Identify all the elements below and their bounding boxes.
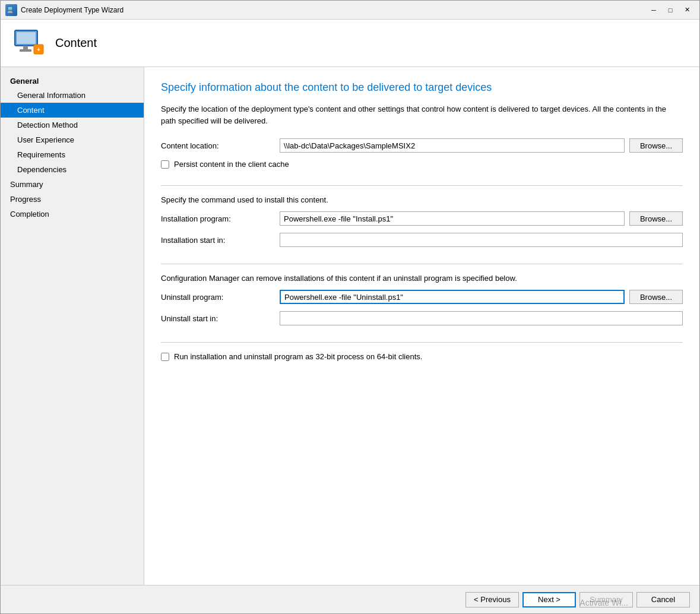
sidebar-item-requirements[interactable]: Requirements xyxy=(1,147,144,162)
wizard-header: + Content xyxy=(1,20,699,67)
sidebar-item-user-experience[interactable]: User Experience xyxy=(1,132,144,147)
svg-rect-5 xyxy=(23,46,28,49)
section-divider-2 xyxy=(161,264,683,264)
uninstall-start-in-row: Uninstall start in: xyxy=(161,311,683,325)
header-icon: + xyxy=(12,27,46,60)
content-location-browse-button[interactable]: Browse... xyxy=(629,138,683,153)
installation-start-in-row: Installation start in: xyxy=(161,233,683,247)
persist-cache-label: Persist content in the client cache xyxy=(174,160,289,169)
persist-cache-row: Persist content in the client cache xyxy=(161,160,683,169)
next-button[interactable]: Next > xyxy=(522,592,576,607)
uninstall-program-input[interactable] xyxy=(280,290,625,304)
wizard-window: Create Deployment Type Wizard ─ □ ✕ + Co… xyxy=(0,0,700,614)
titlebar: Create Deployment Type Wizard ─ □ ✕ xyxy=(1,1,699,20)
uninstall-start-in-input[interactable] xyxy=(280,311,683,325)
installation-start-in-input[interactable] xyxy=(280,233,683,247)
installation-program-row: Installation program: Browse... xyxy=(161,211,683,226)
sidebar-item-completion[interactable]: Completion xyxy=(1,207,144,221)
install-command-description: Specify the command used to install this… xyxy=(161,195,683,204)
svg-rect-1 xyxy=(8,11,12,12)
window-controls: ─ □ ✕ xyxy=(646,4,695,16)
uninstall-description: Configuration Manager can remove install… xyxy=(161,274,683,283)
run-32bit-label: Run installation and uninstall program a… xyxy=(174,352,422,361)
window-title: Create Deployment Type Wizard xyxy=(21,6,646,14)
section-divider-3 xyxy=(161,342,683,343)
footer: Activate Wi... < Previous Next > Summary… xyxy=(1,585,699,613)
sidebar-item-summary[interactable]: Summary xyxy=(1,177,144,192)
sidebar-item-dependencies[interactable]: Dependencies xyxy=(1,162,144,177)
uninstall-program-browse-button[interactable]: Browse... xyxy=(629,290,683,304)
sidebar-item-content[interactable]: Content xyxy=(1,103,144,118)
section-divider-1 xyxy=(161,185,683,186)
close-button[interactable]: ✕ xyxy=(679,4,695,16)
sidebar-item-progress[interactable]: Progress xyxy=(1,192,144,207)
installation-program-browse-button[interactable]: Browse... xyxy=(629,211,683,226)
content-location-row: Content location: Browse... xyxy=(161,138,683,153)
minimize-button[interactable]: ─ xyxy=(646,4,661,16)
previous-button[interactable]: < Previous xyxy=(465,592,519,607)
sidebar-item-general-information[interactable]: General Information xyxy=(1,88,144,103)
svg-rect-4 xyxy=(17,32,36,44)
uninstall-program-row: Uninstall program: Browse... xyxy=(161,290,683,304)
content-location-input[interactable] xyxy=(280,138,625,153)
svg-rect-0 xyxy=(8,7,12,10)
sidebar-item-detection-method[interactable]: Detection Method xyxy=(1,118,144,132)
run-32bit-checkbox[interactable] xyxy=(161,353,169,361)
run-32bit-row: Run installation and uninstall program a… xyxy=(161,352,683,361)
content-panel: Specify information about the content to… xyxy=(144,67,699,585)
summary-button[interactable]: Summary xyxy=(579,592,633,607)
installation-program-label: Installation program: xyxy=(161,214,280,223)
installation-start-in-label: Installation start in: xyxy=(161,236,280,245)
installation-program-input[interactable] xyxy=(280,211,625,226)
main-content: General General Information Content Dete… xyxy=(1,67,699,585)
sidebar: General General Information Content Dete… xyxy=(1,67,144,585)
content-heading: Specify information about the content to… xyxy=(161,81,683,94)
maximize-button[interactable]: □ xyxy=(663,4,678,16)
sidebar-group-general: General xyxy=(1,74,144,88)
content-description: Specify the location of the deployment t… xyxy=(161,103,683,126)
svg-rect-2 xyxy=(8,12,12,13)
content-spacer xyxy=(161,368,683,571)
window-icon xyxy=(5,4,17,16)
uninstall-program-label: Uninstall program: xyxy=(161,293,280,302)
svg-rect-6 xyxy=(20,49,31,52)
cancel-button[interactable]: Cancel xyxy=(636,592,690,607)
persist-cache-checkbox[interactable] xyxy=(161,160,169,169)
header-title: Content xyxy=(55,36,97,50)
content-location-label: Content location: xyxy=(161,141,280,150)
uninstall-start-in-label: Uninstall start in: xyxy=(161,314,280,323)
svg-text:+: + xyxy=(37,46,40,53)
